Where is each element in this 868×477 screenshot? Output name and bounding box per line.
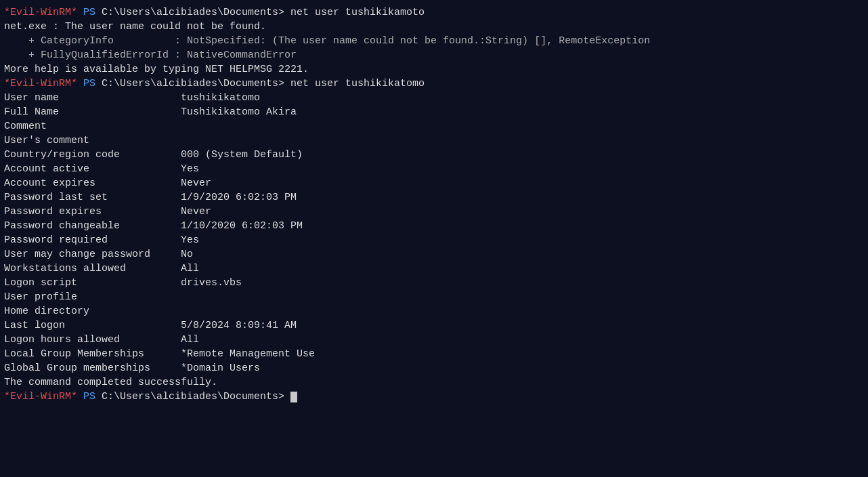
terminal-line: *Evil-WinRM* PS C:\Users\alcibiades\Docu… xyxy=(4,77,864,91)
terminal-line: + FullyQualifiedErrorId : NativeCommandE… xyxy=(4,48,864,62)
terminal-line: *Evil-WinRM* PS C:\Users\alcibiades\Docu… xyxy=(4,390,864,404)
terminal-text: Password expires Never xyxy=(4,206,211,217)
terminal-text: PS xyxy=(77,391,102,402)
terminal-text: + FullyQualifiedErrorId : NativeCommandE… xyxy=(4,49,297,61)
terminal-line: Full Name Tushikikatomo Akira xyxy=(4,105,864,119)
terminal-text: User profile xyxy=(4,291,77,303)
terminal-text: Workstations allowed All xyxy=(4,263,199,274)
terminal-line: Logon script drives.vbs xyxy=(4,276,864,290)
terminal-text: *Evil-WinRM* xyxy=(4,391,77,402)
terminal-text: User's comment xyxy=(4,135,89,146)
terminal-text: Password required Yes xyxy=(4,234,199,246)
terminal-text: Password last set 1/9/2020 6:02:03 PM xyxy=(4,192,297,203)
terminal-line: Comment xyxy=(4,119,864,133)
terminal-line: Workstations allowed All xyxy=(4,262,864,276)
terminal-text: Logon script drives.vbs xyxy=(4,277,242,289)
terminal-text: *Evil-WinRM* xyxy=(4,7,77,18)
terminal-window: *Evil-WinRM* PS C:\Users\alcibiades\Docu… xyxy=(0,0,868,477)
terminal-text: Country/region code 000 (System Default) xyxy=(4,149,303,161)
terminal-line: Account expires Never xyxy=(4,176,864,190)
terminal-text: The command completed successfully. xyxy=(4,377,217,388)
terminal-line: net.exe : The user name could not be fou… xyxy=(4,20,864,34)
terminal-line: The command completed successfully. xyxy=(4,375,864,390)
terminal-text: More help is available by typing NET HEL… xyxy=(4,64,309,75)
terminal-line: Password changeable 1/10/2020 6:02:03 PM xyxy=(4,219,864,233)
terminal-text: Global Group memberships *Domain Users xyxy=(4,362,260,374)
terminal-text: Home directory xyxy=(4,306,89,317)
terminal-line: + CategoryInfo : NotSpecified: (The user… xyxy=(4,34,864,48)
terminal-line: Password expires Never xyxy=(4,205,864,219)
terminal-text: C:\Users\alcibiades\Documents> xyxy=(102,391,290,402)
terminal-text: Full Name Tushikikatomo Akira xyxy=(4,106,297,118)
terminal-text: Local Group Memberships *Remote Manageme… xyxy=(4,348,315,360)
terminal-line: Password last set 1/9/2020 6:02:03 PM xyxy=(4,190,864,205)
terminal-line: Country/region code 000 (System Default) xyxy=(4,148,864,162)
terminal-text: net.exe : The user name could not be fou… xyxy=(4,21,266,33)
terminal-line: User name tushikikatomo xyxy=(4,91,864,105)
terminal-text: C:\Users\alcibiades\Documents> net user … xyxy=(102,78,425,89)
terminal-text: *Evil-WinRM* xyxy=(4,78,77,89)
terminal-text: PS xyxy=(77,7,102,18)
terminal-line: Global Group memberships *Domain Users xyxy=(4,361,864,375)
terminal-line: Password required Yes xyxy=(4,233,864,247)
terminal-text: User may change password No xyxy=(4,249,193,260)
terminal-line: *Evil-WinRM* PS C:\Users\alcibiades\Docu… xyxy=(4,5,864,20)
terminal-text: + CategoryInfo : NotSpecified: (The user… xyxy=(4,35,650,47)
terminal-cursor xyxy=(290,392,297,402)
terminal-text: PS xyxy=(77,78,102,89)
terminal-line: Local Group Memberships *Remote Manageme… xyxy=(4,347,864,361)
terminal-line: User's comment xyxy=(4,133,864,148)
terminal-line: Home directory xyxy=(4,304,864,318)
terminal-line: Logon hours allowed All xyxy=(4,333,864,347)
terminal-line: User profile xyxy=(4,290,864,304)
terminal-text: User name tushikikatomo xyxy=(4,92,260,104)
terminal-text: Logon hours allowed All xyxy=(4,334,199,346)
terminal-text: C:\Users\alcibiades\Documents> net user … xyxy=(102,7,425,18)
terminal-line: More help is available by typing NET HEL… xyxy=(4,62,864,77)
terminal-text: Comment xyxy=(4,121,47,132)
terminal-text: Last logon 5/8/2024 8:09:41 AM xyxy=(4,320,297,331)
terminal-line: Account active Yes xyxy=(4,162,864,176)
terminal-text: Password changeable 1/10/2020 6:02:03 PM xyxy=(4,220,303,232)
terminal-line: User may change password No xyxy=(4,247,864,262)
terminal-line: Last logon 5/8/2024 8:09:41 AM xyxy=(4,318,864,333)
terminal-text: Account active Yes xyxy=(4,163,199,175)
terminal-text: Account expires Never xyxy=(4,178,211,189)
